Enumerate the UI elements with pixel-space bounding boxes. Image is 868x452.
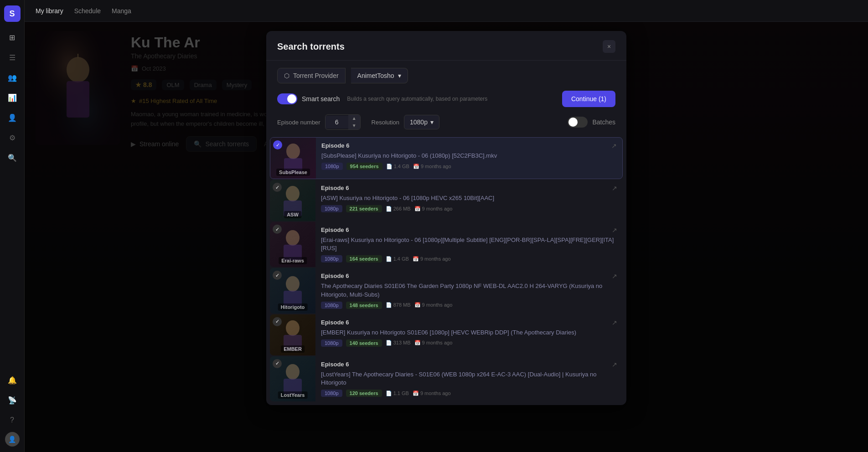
result-res-r1: 1080p (321, 163, 343, 170)
sidebar-icon-wifi[interactable]: 📡 (4, 392, 21, 408)
result-episode-r5: Episode 6 (321, 319, 617, 326)
toggle-knob (287, 94, 296, 103)
svg-point-12 (286, 276, 300, 292)
result-size-r2: 📄 266 MB (386, 206, 411, 212)
result-age-r1: 📅 9 months ago (413, 164, 451, 170)
smart-search-desc: Builds a search query automatically, bas… (347, 96, 487, 102)
result-body-r2: Episode 6 [ASW] Kusuriya no Hitorigoto -… (315, 180, 623, 221)
modal-title: Search torrents (277, 41, 345, 52)
user-avatar[interactable]: 👤 (5, 432, 20, 447)
svg-point-6 (286, 144, 300, 159)
provider-value: AnimetTosho (357, 72, 394, 79)
result-age-r3: 📅 9 months ago (413, 256, 451, 262)
check-icon-r2: ✓ (273, 183, 282, 192)
result-name-r5: [EMBER] Kusuriya no Hitorigoto S01E06 [1… (321, 329, 617, 337)
app-logo[interactable]: S (4, 5, 21, 22)
sidebar-icon-person[interactable]: 👤 (4, 109, 21, 126)
smart-search-toggle[interactable] (277, 93, 297, 104)
top-nav: My library Schedule Manga (25, 0, 868, 22)
group-label-r2: ASW (284, 211, 301, 218)
result-res-r5: 1080p (321, 339, 342, 347)
sidebar-icon-settings[interactable]: ⚙ (4, 129, 21, 146)
result-episode-r6: Episode 6 (321, 361, 617, 368)
result-name-r1: [SubsPlease] Kusuriya no Hitorigoto - 06… (321, 152, 617, 160)
result-external-link-r2[interactable]: ↗ (612, 185, 617, 192)
result-item-r3[interactable]: ✓ Erai-raws Episode 6 [Erai-raws] Kusuri… (270, 222, 623, 267)
result-external-link-r4[interactable]: ↗ (612, 272, 617, 280)
sidebar-icon-home[interactable]: ⊞ (4, 29, 21, 46)
result-item-r5[interactable]: ✓ EMBER Episode 6 [EMBER] Kusuriya no Hi… (270, 314, 623, 355)
result-external-link-r6[interactable]: ↗ (612, 361, 617, 368)
result-name-r2: [ASW] Kusuriya no Hitorigoto - 06 [1080p… (321, 194, 617, 202)
episode-up-arrow[interactable]: ▲ (348, 115, 360, 122)
nav-item-manga[interactable]: Manga (112, 5, 131, 16)
result-body-r3: Episode 6 [Erai-raws] Kusuriya no Hitori… (315, 222, 623, 267)
result-body-r5: Episode 6 [EMBER] Kusuriya no Hitorigoto… (315, 314, 623, 355)
result-size-r1: 📄 1.4 GB (386, 164, 409, 170)
result-external-link-r3[interactable]: ↗ (612, 226, 617, 234)
result-thumb-r6: ✓ LostYears (270, 356, 315, 401)
sidebar-icon-bell[interactable]: 🔔 (4, 372, 21, 388)
torrent-icon: ⬡ (284, 72, 289, 79)
sidebar-icon-search[interactable]: 🔍 (4, 149, 21, 166)
result-tags-r6: 1080p 120 seeders 📄 1.1 GB 📅 9 months ag… (321, 390, 617, 397)
result-item-r6[interactable]: ✓ LostYears Episode 6 [LostYears] The Ap… (270, 356, 623, 401)
batches-label: Batches (592, 118, 615, 126)
check-icon-r6: ✓ (273, 359, 282, 368)
params-row: Episode number 6 ▲ ▼ Resolution (277, 114, 615, 130)
results-list: ✓ SubsPlease Episode 6 [SubsPlease] Kusu… (266, 137, 626, 405)
result-external-link-r5[interactable]: ↗ (612, 319, 617, 326)
episode-down-arrow[interactable]: ▼ (348, 122, 360, 129)
continue-button[interactable]: Continue (1) (562, 91, 615, 107)
result-age-r4: 📅 9 months ago (414, 302, 453, 308)
result-seeders-r3: 164 seeders (346, 255, 382, 262)
provider-label-box: ⬡ Torrent Provider (277, 68, 346, 83)
check-icon-r3: ✓ (273, 225, 282, 234)
sidebar-icon-library[interactable]: ☰ (4, 49, 21, 66)
nav-item-library[interactable]: My library (36, 5, 63, 16)
sidebar: S ⊞ ☰ 👥 📊 👤 ⚙ 🔍 🔔 📡 ? 👤 (0, 0, 25, 452)
sidebar-icon-chart[interactable]: 📊 (4, 89, 21, 106)
result-name-r4: The Apothecary Diaries S01E06 The Garden… (321, 282, 617, 298)
result-thumb-r2: ✓ ASW (270, 180, 315, 221)
result-tags-r3: 1080p 164 seeders 📄 1.4 GB 📅 9 months ag… (321, 255, 617, 262)
episode-input[interactable]: 6 ▲ ▼ (325, 114, 361, 130)
group-label-r1: SubsPlease (276, 169, 310, 176)
smart-search-toggle-wrap: Smart search (277, 93, 340, 104)
result-name-r3: [Erai-raws] Kusuriya no Hitorigoto - 06 … (321, 236, 617, 252)
resolution-chevron-icon: ▾ (430, 118, 434, 126)
result-item-r1[interactable]: ✓ SubsPlease Episode 6 [SubsPlease] Kusu… (270, 137, 623, 179)
result-res-r6: 1080p (321, 390, 342, 397)
provider-label: Torrent Provider (293, 72, 339, 79)
group-label-r5: EMBER (281, 345, 305, 353)
smart-search-label: Smart search (302, 95, 340, 103)
result-res-r2: 1080p (321, 205, 342, 212)
provider-select[interactable]: AnimetTosho ▾ (351, 68, 408, 83)
result-seeders-r5: 140 seeders (346, 339, 382, 347)
batches-wrap: Batches (568, 117, 615, 128)
result-episode-r3: Episode 6 (321, 226, 617, 233)
result-item-r2[interactable]: ✓ ASW Episode 6 [ASW] Kusuriya no Hitori… (270, 180, 623, 221)
result-size-r3: 📄 1.4 GB (386, 256, 409, 262)
episode-value: 6 (326, 116, 348, 128)
result-seeders-r2: 221 seeders (346, 205, 382, 212)
svg-point-14 (286, 320, 300, 336)
modal-overlay[interactable]: Search torrents × ⬡ Torrent Provider Ani… (25, 22, 868, 452)
nav-item-schedule[interactable]: Schedule (74, 5, 101, 16)
group-label-r6: LostYears (278, 391, 308, 399)
sidebar-icon-help[interactable]: ? (4, 412, 21, 428)
result-age-r5: 📅 9 months ago (414, 340, 453, 346)
result-size-r6: 📄 1.1 GB (386, 390, 409, 396)
result-seeders-r1: 954 seeders (346, 163, 382, 170)
batches-toggle[interactable] (568, 117, 588, 128)
content-area: Ku The Ar The Apothecary Diaries 📅 Oct 2… (25, 22, 868, 452)
result-external-link-r1[interactable]: ↗ (611, 142, 617, 149)
batches-toggle-knob (568, 118, 578, 127)
sidebar-icon-group[interactable]: 👥 (4, 69, 21, 86)
chevron-down-icon: ▾ (398, 72, 401, 79)
svg-point-16 (286, 364, 300, 380)
modal-close-button[interactable]: × (603, 40, 615, 53)
search-torrents-modal: Search torrents × ⬡ Torrent Provider Ani… (266, 31, 626, 405)
result-item-r4[interactable]: ✓ Hitorigoto Episode 6 The Apothecary Di… (270, 268, 623, 313)
resolution-select[interactable]: 1080p ▾ (404, 115, 439, 129)
